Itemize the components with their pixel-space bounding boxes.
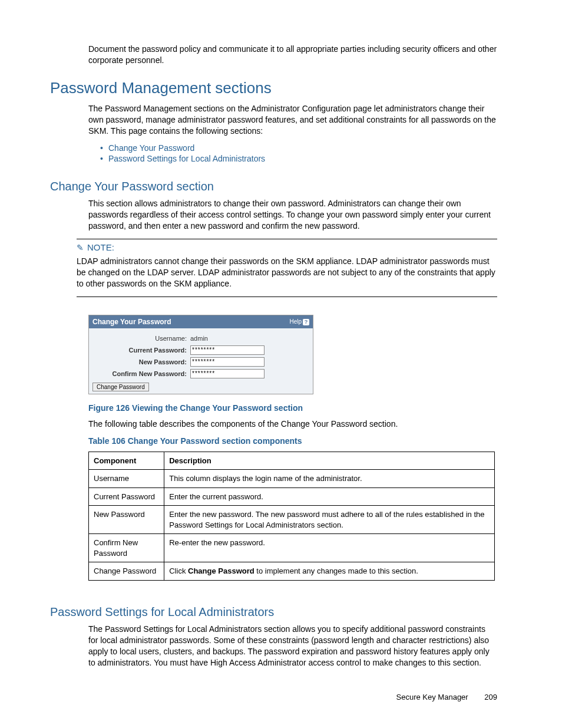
current-password-input[interactable] <box>190 345 265 355</box>
username-value: admin <box>190 334 208 343</box>
heading-password-management: Password Management sections <box>50 78 497 98</box>
th-description: Description <box>164 452 495 470</box>
current-password-label: Current Password: <box>92 346 190 355</box>
password-settings-para: The Password Settings for Local Administ… <box>88 624 497 668</box>
confirm-password-label: Confirm New Password: <box>92 370 190 378</box>
figure-caption: Figure 126 Viewing the Change Your Passw… <box>88 403 497 414</box>
cell-description: Enter the new password. The new password… <box>164 506 495 534</box>
table-row: Change PasswordClick Change Password to … <box>89 562 495 581</box>
change-password-button[interactable]: Change Password <box>92 383 149 391</box>
cyp-paragraph: This section allows administrators to ch… <box>88 198 497 232</box>
change-password-panel: Change Your Password Help ? Username: ad… <box>88 315 313 394</box>
help-icon: ? <box>303 319 309 325</box>
footer-page-number: 209 <box>484 692 497 703</box>
th-component: Component <box>89 452 164 470</box>
panel-help-text: Help <box>289 318 302 326</box>
table-intro-text: The following table describes the compon… <box>88 419 497 430</box>
table-row: Confirm New PasswordRe-enter the new pas… <box>89 534 495 562</box>
link-change-your-password[interactable]: Change Your Password <box>108 143 194 153</box>
page-footer: Secure Key Manager 209 <box>50 692 497 703</box>
note-text: LDAP administrators cannot change their … <box>77 256 497 289</box>
cell-component: New Password <box>89 506 164 534</box>
pm-intro-para: The Password Management sections on the … <box>88 103 497 137</box>
confirm-password-input[interactable] <box>190 369 265 378</box>
cell-component: Confirm New Password <box>89 534 164 562</box>
table-row: UsernameThis column displays the login n… <box>89 470 495 488</box>
cell-description: Enter the current password. <box>164 487 495 506</box>
table-caption: Table 106 Change Your Password section c… <box>88 436 497 447</box>
cell-description: Re-enter the new password. <box>164 534 495 562</box>
table-row: Current PasswordEnter the current passwo… <box>89 487 495 506</box>
cell-description: This column displays the login name of t… <box>164 470 495 488</box>
link-password-settings[interactable]: Password Settings for Local Administrato… <box>108 154 265 163</box>
note-icon: ✎ <box>77 242 84 253</box>
new-password-input[interactable] <box>190 357 265 367</box>
note-rule-bottom <box>77 297 497 297</box>
heading-change-your-password: Change Your Password section <box>50 179 497 195</box>
heading-password-settings: Password Settings for Local Administrato… <box>50 604 497 620</box>
cell-component: Current Password <box>89 487 164 506</box>
panel-help-link[interactable]: Help ? <box>289 318 309 326</box>
section-links-list: Change Your Password Password Settings f… <box>100 143 497 165</box>
note-label: NOTE: <box>87 242 114 253</box>
cell-description: Click Change Password to implement any c… <box>164 562 495 581</box>
new-password-label: New Password: <box>92 358 190 367</box>
footer-doc-title: Secure Key Manager <box>396 693 468 701</box>
username-label: Username: <box>92 334 190 343</box>
components-table: Component Description UsernameThis colum… <box>88 452 495 581</box>
cell-component: Username <box>89 470 164 488</box>
note-rule-top <box>77 239 497 239</box>
table-row: New PasswordEnter the new password. The … <box>89 506 495 534</box>
note-block: ✎ NOTE: LDAP administrators cannot chang… <box>77 242 497 289</box>
panel-title: Change Your Password <box>92 317 171 327</box>
intro-paragraph: Document the password policy and communi… <box>88 44 497 66</box>
panel-header: Change Your Password Help ? <box>89 315 313 328</box>
cell-component: Change Password <box>89 562 164 581</box>
